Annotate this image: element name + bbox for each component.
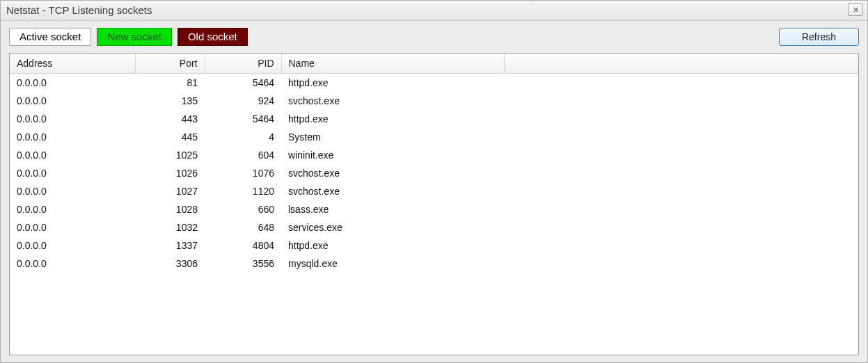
toolbar: Active socket New socket Old socket Refr… — [1, 21, 867, 51]
cell-name: lsass.exe — [281, 200, 504, 218]
cell-name: services.exe — [281, 218, 504, 236]
refresh-button[interactable]: Refresh — [779, 28, 859, 46]
sockets-table-container[interactable]: Address Port PID Name 0.0.0.0815464httpd… — [9, 53, 859, 355]
column-header-pid[interactable]: PID — [205, 54, 281, 74]
cell-name: wininit.exe — [281, 146, 504, 164]
netstat-window: Netstat - TCP Listening sockets ✕ Active… — [0, 0, 868, 363]
table-row[interactable]: 0.0.0.04454System — [10, 128, 858, 146]
cell-name: mysqld.exe — [281, 255, 504, 273]
cell-pid: 5464 — [205, 74, 281, 92]
cell-empty — [504, 200, 858, 218]
window-title: Netstat - TCP Listening sockets — [6, 4, 152, 16]
cell-address: 0.0.0.0 — [10, 200, 135, 218]
cell-port: 1027 — [135, 182, 205, 200]
cell-port: 81 — [135, 74, 205, 92]
cell-empty — [504, 236, 858, 255]
cell-address: 0.0.0.0 — [10, 110, 135, 128]
cell-address: 0.0.0.0 — [10, 218, 135, 236]
cell-pid: 604 — [205, 146, 281, 164]
cell-empty — [504, 255, 858, 273]
table-row[interactable]: 0.0.0.04435464httpd.exe — [10, 110, 858, 128]
cell-empty — [504, 182, 858, 200]
cell-port: 445 — [135, 128, 205, 146]
cell-empty — [504, 128, 858, 146]
cell-name: httpd.exe — [281, 236, 504, 255]
table-row[interactable]: 0.0.0.013374804httpd.exe — [10, 236, 858, 255]
table-row[interactable]: 0.0.0.0815464httpd.exe — [10, 74, 858, 92]
cell-name: System — [281, 128, 504, 146]
close-icon: ✕ — [853, 6, 859, 15]
table-row[interactable]: 0.0.0.01025604wininit.exe — [10, 146, 858, 164]
cell-name: svchost.exe — [281, 92, 504, 110]
legend-new-socket: New socket — [97, 28, 172, 46]
cell-address: 0.0.0.0 — [10, 255, 135, 273]
table-header-row: Address Port PID Name — [10, 54, 858, 74]
table-row[interactable]: 0.0.0.010271120svchost.exe — [10, 182, 858, 200]
cell-address: 0.0.0.0 — [10, 164, 135, 182]
legend-active-socket: Active socket — [9, 28, 91, 46]
cell-pid: 4804 — [205, 236, 281, 255]
cell-port: 3306 — [135, 255, 205, 273]
column-header-address[interactable]: Address — [10, 54, 135, 74]
cell-address: 0.0.0.0 — [10, 182, 135, 200]
cell-address: 0.0.0.0 — [10, 92, 135, 110]
cell-pid: 648 — [205, 218, 281, 236]
cell-empty — [504, 92, 858, 110]
table-row[interactable]: 0.0.0.01032648services.exe — [10, 218, 858, 236]
table-row[interactable]: 0.0.0.01028660lsass.exe — [10, 200, 858, 218]
cell-pid: 660 — [205, 200, 281, 218]
cell-port: 443 — [135, 110, 205, 128]
cell-pid: 1076 — [205, 164, 281, 182]
sockets-table: Address Port PID Name 0.0.0.0815464httpd… — [10, 54, 858, 273]
cell-port: 1028 — [135, 200, 205, 218]
cell-port: 1026 — [135, 164, 205, 182]
cell-pid: 1120 — [205, 182, 281, 200]
table-row[interactable]: 0.0.0.0135924svchost.exe — [10, 92, 858, 110]
cell-port: 1032 — [135, 218, 205, 236]
cell-name: svchost.exe — [281, 164, 504, 182]
cell-empty — [504, 164, 858, 182]
cell-port: 135 — [135, 92, 205, 110]
cell-address: 0.0.0.0 — [10, 146, 135, 164]
cell-pid: 924 — [205, 92, 281, 110]
cell-empty — [504, 218, 858, 236]
cell-address: 0.0.0.0 — [10, 74, 135, 92]
column-header-name[interactable]: Name — [281, 54, 504, 74]
legend: Active socket New socket Old socket — [9, 28, 248, 46]
table-row[interactable]: 0.0.0.033063556mysqld.exe — [10, 255, 858, 273]
cell-name: svchost.exe — [281, 182, 504, 200]
cell-name: httpd.exe — [281, 110, 504, 128]
column-header-port[interactable]: Port — [135, 54, 205, 74]
cell-pid: 4 — [205, 128, 281, 146]
close-button[interactable]: ✕ — [848, 3, 863, 16]
cell-name: httpd.exe — [281, 74, 504, 92]
legend-old-socket: Old socket — [177, 28, 248, 46]
cell-empty — [504, 146, 858, 164]
cell-address: 0.0.0.0 — [10, 128, 135, 146]
cell-port: 1025 — [135, 146, 205, 164]
cell-empty — [504, 110, 858, 128]
column-header-empty[interactable] — [504, 54, 858, 74]
cell-port: 1337 — [135, 236, 205, 255]
cell-empty — [504, 74, 858, 92]
titlebar: Netstat - TCP Listening sockets ✕ — [1, 1, 867, 21]
cell-address: 0.0.0.0 — [10, 236, 135, 255]
table-row[interactable]: 0.0.0.010261076svchost.exe — [10, 164, 858, 182]
cell-pid: 5464 — [205, 110, 281, 128]
cell-pid: 3556 — [205, 255, 281, 273]
